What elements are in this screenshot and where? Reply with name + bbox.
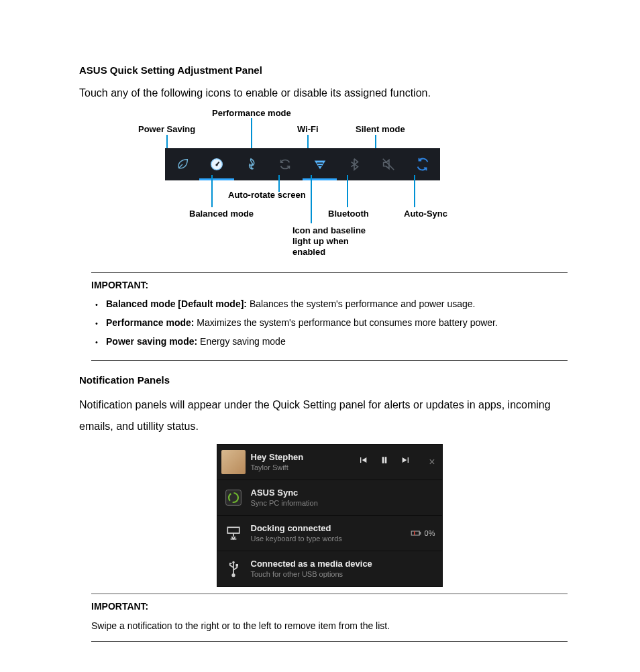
svg-point-9 <box>231 573 235 577</box>
notification-row-usb[interactable]: Connected as a media device Touch for ot… <box>217 551 442 586</box>
svg-rect-10 <box>235 564 238 567</box>
notification-title: Docking connected <box>251 524 410 533</box>
pause-icon[interactable] <box>379 455 390 470</box>
important-box-swipe: IMPORTANT: Swipe a notification to the r… <box>91 594 568 642</box>
rotate-icon <box>278 157 292 172</box>
dock-icon <box>221 521 246 545</box>
callout-bluetooth: Bluetooth <box>328 209 369 219</box>
qs-auto-sync[interactable] <box>406 148 440 180</box>
list-item: Power saving mode: Energy saving mode <box>106 335 568 349</box>
callout-silent: Silent mode <box>356 124 405 135</box>
notification-subtitle: Touch for other USB options <box>251 570 435 578</box>
notification-title: Hey Stephen <box>251 453 358 462</box>
important-box-modes: IMPORTANT: Balanced mode [Default mode]:… <box>91 272 568 361</box>
quick-setting-diagram: Power Saving Performance mode Wi-Fi Sile… <box>79 108 580 266</box>
asus-sync-icon <box>221 486 246 510</box>
notification-row-dock[interactable]: Docking connected Use keyboard to type w… <box>217 516 442 551</box>
callout-baseline-note: Icon and baseline light up when enabled <box>292 225 366 258</box>
mute-icon <box>381 157 396 172</box>
callout-auto-rotate: Auto-rotate screen <box>228 190 306 201</box>
leaf-icon <box>175 157 190 172</box>
sync-icon <box>415 157 430 172</box>
callout-wifi: Wi-Fi <box>297 124 319 135</box>
list-item: Performance mode: Maximizes the system's… <box>106 316 568 330</box>
qs-balanced[interactable] <box>199 148 233 180</box>
important-label: IMPORTANT: <box>91 600 568 614</box>
wifi-icon <box>313 157 327 172</box>
notification-row-sync[interactable]: ASUS Sync Sync PC information <box>217 480 442 516</box>
callout-line <box>347 175 348 207</box>
svg-rect-5 <box>411 531 419 535</box>
notification-panel-screenshot: Hey Stephen Taylor Swift × ASUS Sync Syn… <box>217 444 443 587</box>
svg-point-1 <box>215 164 217 166</box>
qs-performance[interactable] <box>234 148 268 180</box>
callout-line <box>311 175 312 223</box>
next-track-icon[interactable] <box>401 455 411 470</box>
close-icon[interactable]: × <box>429 454 435 470</box>
bluetooth-icon <box>347 157 362 172</box>
qs-wifi[interactable] <box>303 148 337 180</box>
callout-auto-sync: Auto-Sync <box>404 209 447 219</box>
qs-auto-rotate[interactable] <box>268 148 303 180</box>
callout-balanced: Balanced mode <box>189 209 254 219</box>
svg-rect-8 <box>233 562 234 574</box>
gauge-circle-icon <box>209 157 224 172</box>
svg-rect-6 <box>419 533 421 535</box>
qs-bluetooth[interactable] <box>337 148 371 180</box>
important-list: Balanced mode [Default mode]: Balances t… <box>91 297 568 349</box>
flame-icon <box>244 157 258 172</box>
notification-subtitle: Taylor Swift <box>251 463 358 471</box>
notification-title: Connected as a media device <box>251 559 435 569</box>
notification-title: ASUS Sync <box>251 488 435 498</box>
section-title-notification: Notification Panels <box>79 373 580 388</box>
section-title-quick-setting: ASUS Quick Setting Adjustment Panel <box>79 63 580 78</box>
qs-power-saving[interactable] <box>165 148 199 180</box>
page-number: 41 <box>79 669 580 672</box>
quick-setting-bar <box>165 148 440 180</box>
notification-subtitle: Sync PC information <box>251 499 435 507</box>
svg-rect-4 <box>227 527 239 533</box>
notification-row-music[interactable]: Hey Stephen Taylor Swift × <box>217 445 442 480</box>
album-art-icon <box>221 450 246 474</box>
callout-power-saving: Power Saving <box>138 124 195 135</box>
callout-line <box>211 175 213 207</box>
battery-badge: 0% <box>410 527 435 539</box>
list-item: Balanced mode [Default mode]: Balances t… <box>106 297 568 311</box>
important-label: IMPORTANT: <box>91 278 568 292</box>
notification-subtitle: Use keyboard to type words <box>251 535 410 543</box>
usb-icon <box>221 557 246 581</box>
section-intro-notification: Notification panels will appear under th… <box>79 394 580 437</box>
prev-track-icon[interactable] <box>358 455 368 470</box>
callout-performance: Performance mode <box>212 108 291 119</box>
callout-line <box>414 175 415 207</box>
important-text: Swipe a notification to the right or to … <box>91 619 568 633</box>
qs-silent[interactable] <box>372 148 406 180</box>
section-intro-quick-setting: Touch any of the following icons to enab… <box>79 85 580 101</box>
